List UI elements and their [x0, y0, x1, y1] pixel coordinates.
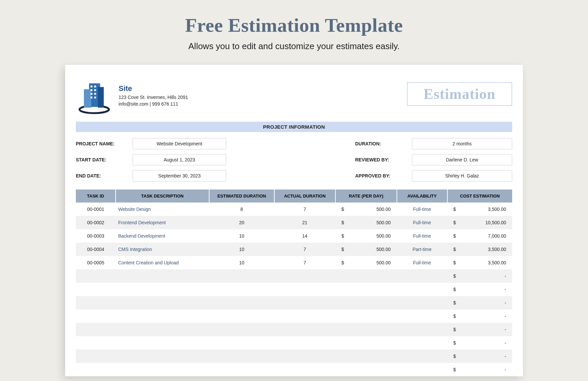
value-duration[interactable]: 2 months: [412, 138, 512, 149]
table-row: $-: [76, 283, 512, 296]
cell-task-id: 00-0005: [76, 256, 116, 269]
cell-estimated-duration: 10: [209, 243, 274, 256]
cell-task-description: CMS Integration: [116, 243, 209, 256]
svg-rect-6: [91, 89, 93, 91]
cell-availability: Full-time: [397, 229, 447, 243]
col-cost-estimation: COST ESTIMATION: [447, 189, 512, 203]
svg-rect-10: [91, 97, 93, 99]
value-project-name[interactable]: Website Development: [133, 138, 226, 149]
cell-availability: Full-time: [397, 203, 447, 216]
cell-cost-estimation: $3,500.00: [447, 256, 512, 269]
table-row: $-: [76, 269, 512, 283]
value-end-date[interactable]: September 30, 2023: [133, 170, 226, 181]
cell-estimated-duration: 20: [209, 216, 274, 229]
label-approved-by: APPROVED BY:: [355, 173, 412, 178]
cell-estimated-duration: 10: [209, 256, 274, 269]
cell-task-description: Website Design: [116, 203, 209, 216]
cell-actual-duration: 7: [274, 256, 335, 269]
company-logo-icon: [76, 78, 113, 115]
svg-rect-2: [84, 89, 91, 108]
cell-cost-estimation: $-: [447, 269, 512, 283]
cell-cost-estimation: $-: [447, 363, 512, 376]
cell-cost-estimation: $-: [447, 336, 512, 350]
page-title: Free Estimation Template: [0, 14, 588, 36]
col-task-id: TASK ID: [76, 189, 116, 203]
cell-actual-duration: 7: [274, 203, 335, 216]
tasks-table: TASK ID TASK DESCRIPTION ESTIMATED DURAT…: [76, 189, 512, 376]
cell-availability: Part-time: [397, 243, 447, 256]
cell-task-id: 00-0003: [76, 229, 116, 243]
table-row: $-: [76, 323, 512, 336]
cell-availability: Full-time: [397, 216, 447, 229]
col-task-description: TASK DESCRIPTION: [116, 189, 209, 203]
company-contact: info@site.com | 999 676 111: [119, 101, 188, 108]
table-row: $-: [76, 309, 512, 323]
document-card: Site 123 Cove St. Invernes, Hills 2091 i…: [65, 65, 523, 376]
table-row: 00-0004CMS Integration107$500.00Part-tim…: [76, 243, 512, 256]
cell-cost-estimation: $3,500.00: [447, 243, 512, 256]
cell-cost-estimation: $10,500.00: [447, 216, 512, 229]
company-name: Site: [119, 84, 188, 93]
cell-cost-estimation: $3,500.00: [447, 203, 512, 216]
col-rate: RATE (PER DAY): [335, 189, 397, 203]
col-actual-duration: ACTUAL DURATION: [274, 189, 335, 203]
cell-cost-estimation: $-: [447, 296, 512, 309]
table-row: $-: [76, 363, 512, 376]
svg-rect-9: [94, 93, 96, 95]
cell-task-id: 00-0001: [76, 203, 116, 216]
cell-cost-estimation: $7,000.00: [447, 229, 512, 243]
svg-rect-5: [94, 86, 96, 88]
cell-task-id: 00-0002: [76, 216, 116, 229]
label-reviewed-by: REVIEWED BY:: [355, 157, 412, 162]
cell-estimated-duration: 10: [209, 229, 274, 243]
cell-task-description: Content Creation and Upload: [116, 256, 209, 269]
cell-rate: $500.00: [335, 216, 397, 229]
page-subtitle: Allows you to edit and customize your es…: [0, 41, 588, 51]
cell-cost-estimation: $-: [447, 323, 512, 336]
cell-rate: $500.00: [335, 243, 397, 256]
table-row: 00-0001Website Design87$500.00Full-time$…: [76, 203, 512, 216]
cell-actual-duration: 21: [274, 216, 335, 229]
table-row: $-: [76, 350, 512, 363]
value-approved-by[interactable]: Shirley H. Galaz: [412, 170, 512, 181]
table-row: $-: [76, 296, 512, 309]
cell-actual-duration: 14: [274, 229, 335, 243]
table-row: 00-0005Content Creation and Upload107$50…: [76, 256, 512, 269]
label-project-name: PROJECT NAME:: [76, 141, 133, 146]
label-start-date: START DATE:: [76, 157, 133, 162]
table-row: $-: [76, 336, 512, 350]
cell-task-description: Frontend Development: [116, 216, 209, 229]
svg-rect-7: [94, 89, 96, 91]
cell-task-description: Backend Development: [116, 229, 209, 243]
col-estimated-duration: ESTIMATED DURATION: [209, 189, 274, 203]
svg-rect-4: [91, 86, 93, 88]
cell-task-id: 00-0004: [76, 243, 116, 256]
cell-rate: $500.00: [335, 229, 397, 243]
svg-rect-11: [94, 97, 96, 99]
cell-rate: $500.00: [335, 256, 397, 269]
cell-cost-estimation: $-: [447, 309, 512, 323]
company-address: 123 Cove St. Invernes, Hills 2091: [119, 94, 188, 101]
cell-estimated-duration: 8: [209, 203, 274, 216]
cell-cost-estimation: $-: [447, 350, 512, 363]
cell-availability: Full-time: [397, 256, 447, 269]
project-info-banner: PROJECT INFORMATION: [76, 122, 512, 132]
svg-rect-3: [98, 87, 104, 108]
table-row: 00-0003Backend Development1014$500.00Ful…: [76, 229, 512, 243]
value-reviewed-by[interactable]: Darlene D. Lew: [412, 154, 512, 165]
cell-actual-duration: 7: [274, 243, 335, 256]
estimation-badge: Estimation: [407, 82, 512, 106]
cell-rate: $500.00: [335, 203, 397, 216]
svg-rect-8: [91, 93, 93, 95]
cell-cost-estimation: $-: [447, 283, 512, 296]
value-start-date[interactable]: August 1, 2023: [133, 154, 226, 165]
label-end-date: END DATE:: [76, 173, 133, 178]
label-duration: DURATION:: [355, 141, 412, 146]
table-row: 00-0002Frontend Development2021$500.00Fu…: [76, 216, 512, 229]
col-availability: AVAILABILITY: [397, 189, 447, 203]
